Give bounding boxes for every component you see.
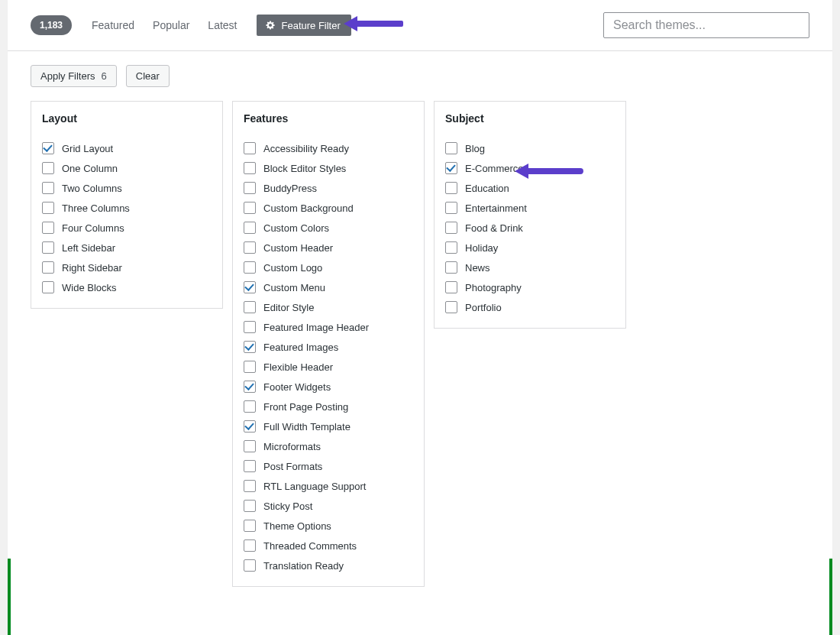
- filter-option[interactable]: Right Sidebar: [42, 258, 212, 277]
- checkbox[interactable]: [244, 222, 256, 234]
- filter-option[interactable]: Custom Logo: [244, 258, 413, 277]
- filter-option[interactable]: Food & Drink: [445, 218, 615, 238]
- checkbox[interactable]: [244, 202, 256, 214]
- filter-option[interactable]: E-Commerce: [445, 158, 615, 178]
- checkbox[interactable]: [42, 162, 54, 174]
- checkbox[interactable]: [244, 241, 256, 254]
- checkbox[interactable]: [244, 559, 256, 572]
- filter-option[interactable]: Photography: [445, 277, 615, 297]
- checkbox[interactable]: [244, 460, 256, 472]
- checkbox[interactable]: [244, 381, 256, 393]
- filter-option[interactable]: Education: [445, 178, 615, 198]
- filter-option[interactable]: Front Page Posting: [244, 397, 413, 416]
- checkbox[interactable]: [42, 202, 54, 214]
- checkbox[interactable]: [42, 182, 54, 194]
- filter-option[interactable]: Four Columns: [42, 218, 212, 238]
- filter-option[interactable]: Portfolio: [445, 297, 615, 317]
- checkbox[interactable]: [445, 301, 457, 313]
- filter-option[interactable]: Blog: [445, 138, 615, 158]
- checkbox[interactable]: [244, 440, 256, 452]
- filter-option[interactable]: Featured Images: [244, 337, 413, 357]
- filter-option[interactable]: Three Columns: [42, 198, 212, 218]
- checkbox[interactable]: [244, 480, 256, 492]
- filter-option-label: Featured Image Header: [263, 322, 369, 333]
- checkbox[interactable]: [244, 539, 256, 552]
- checkbox[interactable]: [445, 222, 457, 234]
- checkbox[interactable]: [445, 261, 457, 274]
- filter-option[interactable]: Wide Blocks: [42, 277, 212, 297]
- tab-featured[interactable]: Featured: [82, 15, 144, 36]
- checkbox[interactable]: [445, 281, 457, 293]
- filter-option-label: Theme Options: [263, 520, 331, 532]
- filter-option-label: Custom Header: [263, 242, 333, 254]
- filter-option[interactable]: RTL Language Support: [244, 476, 413, 496]
- filter-option-label: Post Formats: [263, 461, 322, 472]
- filter-option[interactable]: BuddyPress: [244, 178, 413, 198]
- filter-option[interactable]: Custom Background: [244, 198, 413, 218]
- filter-option[interactable]: Theme Options: [244, 516, 413, 536]
- filter-option[interactable]: Sticky Post: [244, 496, 413, 516]
- clear-filters-button[interactable]: Clear: [126, 65, 170, 87]
- search-container: [603, 12, 809, 38]
- filter-option[interactable]: Custom Colors: [244, 218, 413, 238]
- checkbox[interactable]: [244, 341, 256, 353]
- filter-option[interactable]: One Column: [42, 158, 212, 178]
- checkbox[interactable]: [445, 142, 457, 154]
- checkbox[interactable]: [42, 261, 54, 274]
- filter-bar: 1,183 Featured Popular Latest Feature Fi…: [8, 0, 832, 51]
- checkbox[interactable]: [42, 281, 54, 293]
- filter-option[interactable]: Holiday: [445, 238, 615, 258]
- filter-option[interactable]: Editor Style: [244, 297, 413, 317]
- checkbox[interactable]: [244, 420, 256, 433]
- checkbox[interactable]: [445, 202, 457, 214]
- checkbox[interactable]: [244, 142, 256, 154]
- checkbox[interactable]: [244, 500, 256, 512]
- search-input[interactable]: [603, 12, 809, 38]
- filter-option[interactable]: Threaded Comments: [244, 536, 413, 556]
- checkbox[interactable]: [42, 222, 54, 234]
- filter-option[interactable]: Block Editor Styles: [244, 158, 413, 178]
- checkbox[interactable]: [42, 142, 54, 154]
- checkbox[interactable]: [244, 261, 256, 274]
- filter-option[interactable]: Custom Header: [244, 238, 413, 258]
- filter-option[interactable]: News: [445, 258, 615, 277]
- filter-option-label: News: [465, 262, 490, 274]
- filter-option-label: Custom Background: [263, 202, 354, 214]
- filter-option[interactable]: Full Width Template: [244, 416, 413, 436]
- filter-option[interactable]: Featured Image Header: [244, 317, 413, 337]
- filter-option[interactable]: Grid Layout: [42, 138, 212, 158]
- apply-filters-label: Apply Filters: [40, 70, 95, 82]
- checkbox[interactable]: [244, 520, 256, 532]
- filter-option[interactable]: Translation Ready: [244, 556, 413, 575]
- filter-option[interactable]: Entertainment: [445, 198, 615, 218]
- filter-option-label: Education: [465, 183, 509, 194]
- tab-latest[interactable]: Latest: [199, 15, 246, 36]
- filter-option-label: E-Commerce: [465, 163, 524, 174]
- checkbox[interactable]: [244, 400, 256, 413]
- checkbox[interactable]: [445, 241, 457, 254]
- theme-count: 1,183: [31, 15, 72, 35]
- panel-layout-list: Grid LayoutOne ColumnTwo ColumnsThree Co…: [31, 131, 222, 308]
- tab-popular[interactable]: Popular: [144, 15, 199, 36]
- checkbox[interactable]: [42, 241, 54, 254]
- checkbox[interactable]: [244, 162, 256, 174]
- checkbox[interactable]: [244, 182, 256, 194]
- filter-option[interactable]: Microformats: [244, 436, 413, 456]
- checkbox[interactable]: [244, 361, 256, 373]
- feature-filter-button[interactable]: Feature Filter: [257, 15, 351, 36]
- checkbox[interactable]: [244, 281, 256, 293]
- checkbox[interactable]: [244, 301, 256, 313]
- filter-option[interactable]: Flexible Header: [244, 357, 413, 377]
- filter-option[interactable]: Custom Menu: [244, 277, 413, 297]
- filter-option[interactable]: Post Formats: [244, 456, 413, 476]
- filter-option-label: Grid Layout: [62, 143, 113, 154]
- checkbox[interactable]: [445, 182, 457, 194]
- filter-option[interactable]: Left Sidebar: [42, 238, 212, 258]
- filter-option-label: Food & Drink: [465, 222, 523, 234]
- checkbox[interactable]: [244, 321, 256, 333]
- checkbox[interactable]: [445, 162, 457, 174]
- filter-option[interactable]: Two Columns: [42, 178, 212, 198]
- filter-option[interactable]: Footer Widgets: [244, 377, 413, 397]
- filter-option[interactable]: Accessibility Ready: [244, 138, 413, 158]
- apply-filters-button[interactable]: Apply Filters 6: [31, 65, 117, 87]
